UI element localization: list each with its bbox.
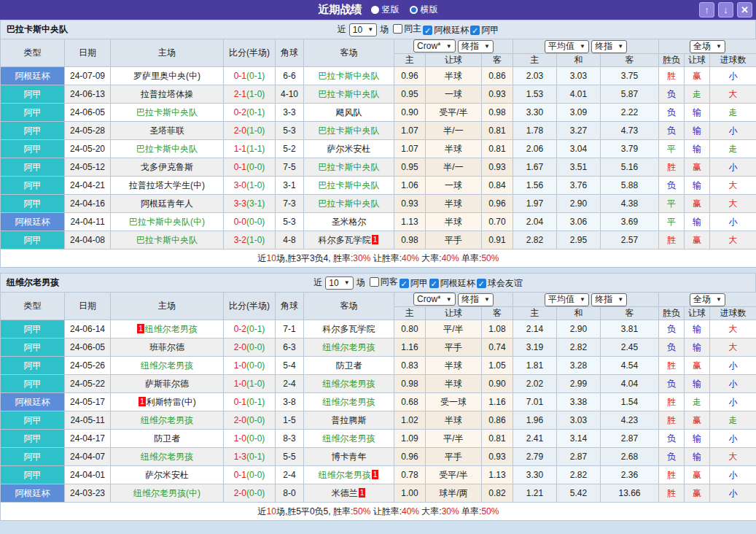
halftime-score: (0-0) <box>246 162 265 172</box>
score-cell: 3-2(1-0) <box>224 231 276 249</box>
filter-option[interactable]: 同主 <box>391 23 421 35</box>
team-label: 巴拉卡斯中央队 <box>319 198 380 209</box>
scope-header-cell: 全场▼ <box>659 39 756 54</box>
checkbox-checked-icon[interactable]: ✓ <box>423 26 432 35</box>
team-label: 博卡青年 <box>332 452 367 462</box>
home-team-cell: 班菲尔德 <box>111 338 224 357</box>
home-team-cell: 巴拉卡斯中央队 <box>111 231 224 249</box>
checkbox-unchecked-icon[interactable] <box>370 277 379 287</box>
scope-header-cell: 全场▼ <box>659 293 756 307</box>
avg-draw-odds: 4.01 <box>557 85 601 104</box>
col-header-avg-away: 客 <box>601 307 659 320</box>
goals-result-cell: 大 <box>710 85 756 104</box>
checkbox-unchecked-icon[interactable] <box>393 24 402 34</box>
chevron-down-icon: ▼ <box>580 43 585 50</box>
odds-time-select[interactable]: 终指▼ <box>458 40 494 53</box>
handicap-away-odds: 0.86 <box>482 67 513 85</box>
filter-controls: 近 10 ▼ 场 同主✓阿根廷杯✓阿甲 <box>257 23 499 36</box>
filter-option[interactable]: ✓阿根廷杯 <box>421 24 469 36</box>
home-team-cell: 1纽维尔老男孩 <box>111 320 224 338</box>
corner-cell: 5-3 <box>276 122 304 140</box>
result-cell: 胜 <box>659 466 685 484</box>
corner-cell: 3-8 <box>276 393 304 411</box>
summary-part: 让胜率: <box>370 253 402 263</box>
odds-time-select[interactable]: 终指▼ <box>458 293 494 306</box>
avg-home-odds: 1.56 <box>513 177 557 195</box>
goals-result-cell: 大 <box>710 231 756 249</box>
checkbox-checked-icon[interactable]: ✓ <box>429 279 439 288</box>
fulltime-score: 2-1 <box>234 89 246 99</box>
avg-draw-odds: 2.99 <box>557 375 601 393</box>
scope-select[interactable]: 全场▼ <box>690 293 725 306</box>
avg-away-odds: 4.04 <box>601 375 659 393</box>
halftime-score: (0-0) <box>246 342 265 352</box>
radio-horizontal-label: 横版 <box>421 4 438 16</box>
close-button[interactable]: ✕ <box>737 2 752 18</box>
filter-option[interactable]: ✓阿甲 <box>469 24 499 36</box>
average-time-select[interactable]: 终指▼ <box>591 40 627 53</box>
goals-result-cell: 大 <box>710 338 756 357</box>
halftime-score: (1-0) <box>246 235 265 245</box>
home-team-cell: 1利斯特雷(中) <box>111 393 224 411</box>
date-cell: 24-04-01 <box>65 466 111 484</box>
result-cell: 胜 <box>659 393 685 411</box>
avg-home-odds: 2.41 <box>513 430 557 448</box>
filter-option[interactable]: ✓球会友谊 <box>475 277 523 290</box>
radio-vertical-layout[interactable]: 竖版 <box>371 4 400 16</box>
filter-option-label: 球会友谊 <box>488 277 523 290</box>
match-count-select[interactable]: 10 ▼ <box>325 276 353 290</box>
odds-source-select[interactable]: Crow*▼ <box>413 39 456 53</box>
avg-draw-odds: 3.14 <box>557 430 601 448</box>
handicap-line: 受平/半 <box>426 466 482 484</box>
handicap-header-cell: Crow*▼ 终指▼ <box>394 293 513 307</box>
date-cell: 24-05-11 <box>65 411 111 430</box>
match-row: 阿甲24-04-16阿根廷青年人3-3(3-1)7-3巴拉卡斯中央队0.93半球… <box>1 195 756 213</box>
halftime-score: (1-0) <box>246 125 265 136</box>
scope-select[interactable]: 全场▼ <box>690 40 725 53</box>
away-team-cell: 米德兰1 <box>304 484 394 503</box>
corner-cell: 5-5 <box>276 448 304 466</box>
checkbox-checked-icon[interactable]: ✓ <box>477 279 486 288</box>
filter-option[interactable]: ✓阿甲 <box>398 277 428 290</box>
corner-cell: 8-0 <box>276 484 304 503</box>
goals-result-cell: 小 <box>710 158 756 177</box>
home-team-cell: 纽维尔老男孩 <box>111 411 224 430</box>
average-time-select[interactable]: 终指▼ <box>591 293 627 306</box>
checkbox-checked-icon[interactable]: ✓ <box>470 26 480 35</box>
match-row: 阿甲24-04-08巴拉卡斯中央队3-2(1-0)4-8科尔多瓦学院10.98平… <box>1 231 756 249</box>
date-cell: 24-07-09 <box>65 67 111 85</box>
average-select[interactable]: 平均值▼ <box>545 40 589 53</box>
filter-option[interactable]: ✓阿根廷杯 <box>428 277 475 290</box>
handicap-away-odds: 0.81 <box>482 140 513 158</box>
avg-draw-odds: 3.76 <box>557 177 601 195</box>
result-cell: 胜 <box>659 484 685 503</box>
filter-option[interactable]: 同客 <box>368 276 398 288</box>
checkbox-checked-icon[interactable]: ✓ <box>400 279 409 288</box>
handicap-result-cell: 赢 <box>685 231 710 249</box>
type-badge-cell: 阿甲 <box>1 122 65 140</box>
move-down-button[interactable]: ↓ <box>718 2 733 18</box>
halftime-score: (0-1) <box>246 397 265 407</box>
move-up-button[interactable]: ↑ <box>699 2 714 18</box>
avg-away-odds: 13.66 <box>601 484 659 503</box>
fulltime-score: 0-1 <box>234 162 246 172</box>
match-row: 阿甲24-04-17防卫者1-0(0-0)8-3纽维尔老男孩1.09平/半0.8… <box>1 430 756 448</box>
avg-home-odds: 7.01 <box>513 393 557 411</box>
avg-home-odds: 3.30 <box>513 104 557 122</box>
odds-source-select[interactable]: Crow*▼ <box>413 293 456 306</box>
radio-horizontal-layout[interactable]: 横版 <box>410 4 438 16</box>
handicap-home-odds: 0.90 <box>394 104 426 122</box>
fulltime-score: 2-0 <box>234 415 246 425</box>
handicap-away-odds: 1.05 <box>482 357 513 375</box>
team-label: 纽维尔老男孩 <box>323 379 375 389</box>
handicap-line: 球半/两 <box>426 484 482 503</box>
average-select[interactable]: 平均值▼ <box>545 293 589 306</box>
match-count-select[interactable]: 10 ▼ <box>349 23 377 36</box>
date-cell: 24-04-07 <box>65 448 111 466</box>
handicap-result-cell: 输 <box>685 430 710 448</box>
result-cell: 负 <box>659 122 685 140</box>
halftime-score: (0-0) <box>246 217 265 227</box>
halftime-score: (0-0) <box>246 470 265 480</box>
type-badge-cell: 阿根廷杯 <box>1 484 65 503</box>
filter-checkbox-group: 同主✓阿根廷杯✓阿甲 <box>391 23 499 36</box>
